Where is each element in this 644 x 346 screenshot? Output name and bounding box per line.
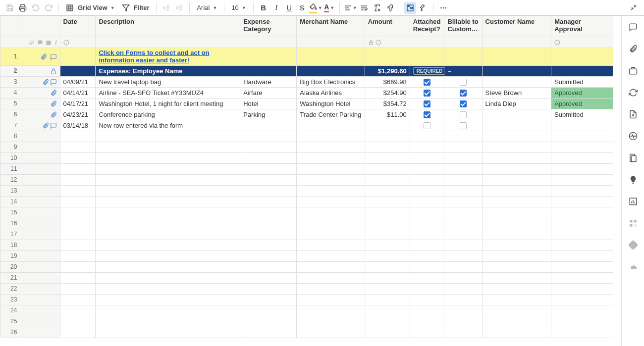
sheet-area[interactable]: Date Description Expense Category Mercha…: [0, 16, 621, 346]
title-label[interactable]: Expenses: Employee Name: [96, 65, 240, 76]
cell-desc[interactable]: New travel laptop bag: [96, 76, 240, 87]
underline-icon[interactable]: U: [283, 2, 295, 14]
cell-customer[interactable]: [482, 120, 551, 131]
empty-row[interactable]: 21: [0, 272, 613, 283]
data-row[interactable]: 604/23/21Conference parkingParkingTrade …: [0, 109, 613, 120]
billable-checkbox[interactable]: [460, 79, 467, 86]
redo-icon[interactable]: [43, 2, 54, 14]
empty-row[interactable]: 17: [0, 229, 613, 240]
cell-billable[interactable]: [444, 76, 482, 87]
cell-billable[interactable]: [444, 87, 482, 98]
italic-icon[interactable]: I: [270, 2, 282, 14]
empty-row[interactable]: 11: [0, 163, 613, 174]
update-requests-icon[interactable]: [628, 87, 639, 98]
cell-desc[interactable]: Airline - SEA-SFO Ticket #Y33MUZ4: [96, 87, 240, 98]
cell-merch[interactable]: Alaska Airlines: [297, 87, 365, 98]
receipt-checkbox[interactable]: [424, 122, 430, 129]
cell-cat[interactable]: [240, 120, 297, 131]
col-description[interactable]: Description: [96, 16, 240, 37]
col-approval[interactable]: Manager Approval: [551, 16, 613, 37]
wrap-icon[interactable]: [358, 2, 370, 14]
conversations-icon[interactable]: [628, 22, 639, 33]
empty-row[interactable]: 18: [0, 240, 613, 250]
brandfolder-icon[interactable]: [628, 218, 639, 229]
attach-icon[interactable]: [40, 53, 47, 60]
cell-desc[interactable]: New row entered via the form: [96, 120, 240, 131]
cell-cat[interactable]: Parking: [240, 109, 297, 120]
fill-color-icon[interactable]: ▼: [309, 2, 322, 14]
receipt-checkbox[interactable]: [424, 90, 430, 97]
empty-row[interactable]: 10: [0, 152, 613, 163]
activity-log-icon[interactable]: [628, 131, 639, 142]
cell-cat[interactable]: Hotel: [240, 98, 297, 109]
attach-icon[interactable]: [42, 122, 49, 129]
publish-icon[interactable]: [628, 109, 639, 120]
col-billable[interactable]: Billable to Custom…: [444, 16, 482, 37]
empty-row[interactable]: 26: [0, 327, 613, 338]
comment-icon[interactable]: [50, 122, 57, 129]
empty-row[interactable]: 15: [0, 207, 613, 218]
cell-date[interactable]: 04/14/21: [60, 87, 96, 98]
billable-checkbox[interactable]: [460, 122, 467, 129]
empty-row[interactable]: 22: [0, 283, 613, 294]
cell-cat[interactable]: Airfare: [240, 87, 297, 98]
view-switcher[interactable]: Grid View ▼: [63, 2, 118, 14]
bold-icon[interactable]: B: [258, 2, 269, 14]
cell-approval[interactable]: Approved: [551, 87, 613, 98]
cell-billable[interactable]: [444, 120, 482, 131]
chart-rail-icon[interactable]: [628, 196, 639, 207]
conditional-format-icon[interactable]: [404, 2, 416, 14]
attach-icon[interactable]: [50, 100, 57, 107]
clear-format-icon[interactable]: [371, 2, 383, 14]
cell-approval[interactable]: [551, 120, 613, 131]
empty-row[interactable]: 23: [0, 294, 613, 305]
cell-receipt[interactable]: [410, 98, 444, 109]
empty-row[interactable]: 16: [0, 218, 613, 229]
cell-receipt[interactable]: [410, 120, 444, 131]
empty-row[interactable]: 20: [0, 261, 613, 272]
cell-amt[interactable]: $354.72: [365, 98, 410, 109]
cell-receipt[interactable]: [410, 87, 444, 98]
filter-button[interactable]: Filter: [119, 2, 153, 14]
cell-date[interactable]: 04/17/21: [60, 98, 96, 109]
attach-icon[interactable]: [50, 111, 57, 118]
col-date[interactable]: Date: [60, 16, 96, 37]
tips-icon[interactable]: [628, 174, 639, 185]
cell[interactable]: [60, 48, 96, 65]
attach-icon[interactable]: [50, 90, 57, 97]
cell-approval[interactable]: Approved: [551, 98, 613, 109]
data-row[interactable]: 304/09/21New travel laptop bagHardwareBi…: [0, 76, 613, 87]
cell-customer[interactable]: [482, 109, 551, 120]
empty-row[interactable]: 12: [0, 174, 613, 185]
cell-approval[interactable]: Submitted: [551, 109, 613, 120]
cell-merch[interactable]: [297, 120, 365, 131]
cell-merch[interactable]: Big Box Electronics: [297, 76, 365, 87]
font-size-selector[interactable]: 10▼: [228, 2, 249, 14]
cell-customer[interactable]: Steve Brown: [482, 87, 551, 98]
cell-merch[interactable]: Trade Center Parking: [297, 109, 365, 120]
proof-icon[interactable]: [628, 65, 639, 76]
data-row[interactable]: 504/17/21Washington Hotel, 1 night for c…: [0, 98, 613, 109]
cell-customer[interactable]: [482, 76, 551, 87]
more-icon[interactable]: [437, 2, 449, 14]
cell-receipt[interactable]: [410, 76, 444, 87]
billable-checkbox[interactable]: [460, 90, 467, 97]
receipt-checkbox[interactable]: [424, 79, 430, 86]
receipt-checkbox[interactable]: [424, 111, 430, 118]
cell-customer[interactable]: Linda Diep: [482, 98, 551, 109]
data-row[interactable]: 404/14/21Airline - SEA-SFO Ticket #Y33MU…: [0, 87, 613, 98]
cell-date[interactable]: 03/14/18: [60, 120, 96, 131]
highlight-icon[interactable]: [417, 2, 429, 14]
cell-date[interactable]: 04/09/21: [60, 76, 96, 87]
empty-row[interactable]: 25: [0, 316, 613, 327]
collapse-toolbar-icon[interactable]: [630, 4, 637, 12]
indent-icon[interactable]: [173, 2, 185, 14]
attach-icon[interactable]: [42, 79, 49, 86]
print-icon[interactable]: [17, 2, 29, 14]
receipt-checkbox[interactable]: [424, 100, 430, 107]
format-painter-icon[interactable]: [384, 2, 396, 14]
empty-row[interactable]: 9: [0, 142, 613, 152]
cell-amt[interactable]: $669.98: [365, 76, 410, 87]
billable-checkbox[interactable]: [460, 100, 467, 107]
billable-checkbox[interactable]: [460, 111, 467, 118]
